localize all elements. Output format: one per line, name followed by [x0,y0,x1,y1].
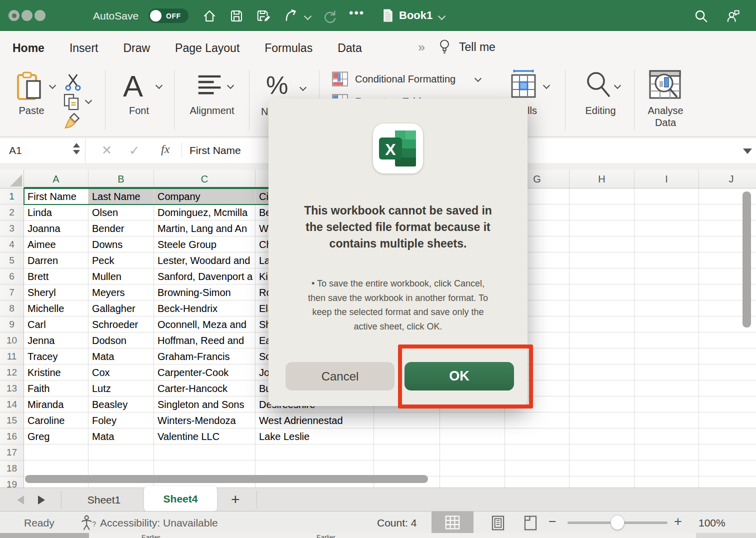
horizontal-scrollbar[interactable] [25,475,428,483]
cell-H12[interactable] [570,364,634,380]
cell-B6[interactable]: Mullen [88,268,154,284]
cell-B13[interactable]: Lutz [88,380,154,396]
menu-tab-insert[interactable]: Insert [70,42,98,55]
cell-E17[interactable] [374,444,440,460]
cell-C5[interactable]: Lester, Woodard and [154,252,256,268]
redo-icon[interactable] [322,8,338,24]
cell-H19[interactable] [570,476,634,488]
cell-I8[interactable] [634,300,699,316]
accessibility-status[interactable]: Accessibility: Unavailable [100,517,218,529]
stepper-down-icon[interactable] [73,150,80,154]
cell-A15[interactable]: Caroline [24,412,88,428]
format-painter-icon[interactable] [62,112,83,131]
select-all-corner[interactable] [0,170,24,188]
cell-I6[interactable] [634,268,699,284]
cell-J10[interactable] [699,332,756,348]
cell-A9[interactable]: Carl [24,316,88,332]
cell-I7[interactable] [634,284,699,300]
cell-B16[interactable]: Mata [88,428,154,444]
cell-B15[interactable]: Foley [88,412,154,428]
row-header-9[interactable]: 9 [0,316,24,332]
cell-A7[interactable]: Sheryl [24,284,88,300]
tell-me-box[interactable]: Tell me [459,40,496,54]
copy-dropdown-chevron-icon[interactable] [85,97,92,104]
save-icon[interactable] [229,8,244,24]
cell-B3[interactable]: Bender [88,220,154,236]
row-header-1[interactable]: 1 [0,188,24,204]
cell-C17[interactable] [154,444,256,460]
cell-G15[interactable] [505,412,570,428]
cell-J11[interactable] [699,348,756,364]
cell-I10[interactable] [634,332,699,348]
sheet-nav-left-icon[interactable] [17,496,24,504]
more-commands-icon[interactable]: ••• [349,6,364,20]
cell-A11[interactable]: Tracey [24,348,88,364]
row-header-13[interactable]: 13 [0,380,24,396]
cell-H14[interactable] [570,396,634,412]
cell-A12[interactable]: Kristine [24,364,88,380]
cell-H6[interactable] [570,268,634,284]
cancel-entry-icon[interactable]: ✕ [102,143,112,158]
cell-J16[interactable] [699,428,756,444]
cell-I5[interactable] [634,252,699,268]
column-header-J[interactable]: J [699,170,756,188]
page-break-view-button[interactable] [522,516,540,532]
cell-H18[interactable] [570,460,634,476]
cell-I15[interactable] [634,412,699,428]
column-header-C[interactable]: C [154,170,256,188]
cell-A8[interactable]: Michelle [24,300,88,316]
document-title[interactable]: Book1 [399,9,432,22]
cell-H16[interactable] [570,428,634,444]
cell-E15[interactable] [374,412,440,428]
paste-icon[interactable] [15,71,44,103]
share-presence-icon[interactable] [726,8,741,24]
cells-icon[interactable] [509,69,538,100]
menu-tab-draw[interactable]: Draw [123,42,150,55]
cell-B14[interactable]: Beasley [88,396,154,412]
cell-C12[interactable]: Carpenter-Cook [154,364,256,380]
cell-F19[interactable] [440,476,505,488]
cell-A2[interactable]: Linda [24,204,88,220]
stepper-up-icon[interactable] [73,143,80,148]
cell-H1[interactable] [570,188,634,204]
confirm-entry-icon[interactable]: ✓ [129,143,140,158]
cell-C14[interactable]: Singleton and Sons [154,396,256,412]
cell-H8[interactable] [570,300,634,316]
cell-A16[interactable]: Greg [24,428,88,444]
cell-C11[interactable]: Graham-Francis [154,348,256,364]
cell-H4[interactable] [570,236,634,252]
cells-dropdown-chevron-icon[interactable] [543,82,550,89]
cell-J15[interactable] [699,412,756,428]
cell-A5[interactable]: Darren [24,252,88,268]
cell-A4[interactable]: Aimee [24,236,88,252]
analyse-data-icon[interactable] [648,69,682,101]
cell-I16[interactable] [634,428,699,444]
cell-B5[interactable]: Peck [88,252,154,268]
menu-tab-formulas[interactable]: Formulas [264,42,312,55]
cell-I13[interactable] [634,380,699,396]
cell-B2[interactable]: Olsen [88,204,154,220]
row-header-8[interactable]: 8 [0,300,24,316]
cell-D16[interactable]: Lake Leslie [256,428,374,444]
cell-I19[interactable] [634,476,699,488]
cell-C16[interactable]: Valentine LLC [154,428,256,444]
cell-B10[interactable]: Dodson [88,332,154,348]
cell-B17[interactable] [88,444,154,460]
normal-view-button[interactable] [432,512,474,534]
save-as-icon[interactable] [256,8,271,24]
row-header-7[interactable]: 7 [0,284,24,300]
cell-H10[interactable] [570,332,634,348]
number-dropdown-chevron-icon[interactable] [300,84,306,91]
copy-icon[interactable] [62,93,82,111]
cell-C9[interactable]: Oconnell, Meza and [154,316,256,332]
cell-J19[interactable] [699,476,756,488]
cell-I11[interactable] [634,348,699,364]
cell-C15[interactable]: Winters-Mendoza [154,412,256,428]
column-header-A[interactable]: A [24,170,88,188]
cell-B4[interactable]: Downs [88,236,154,252]
row-header-14[interactable]: 14 [0,396,24,412]
cancel-button[interactable]: Cancel [286,362,394,390]
cell-I17[interactable] [634,444,699,460]
row-header-4[interactable]: 4 [0,236,24,252]
cell-C2[interactable]: Dominguez, Mcmilla [154,204,256,220]
